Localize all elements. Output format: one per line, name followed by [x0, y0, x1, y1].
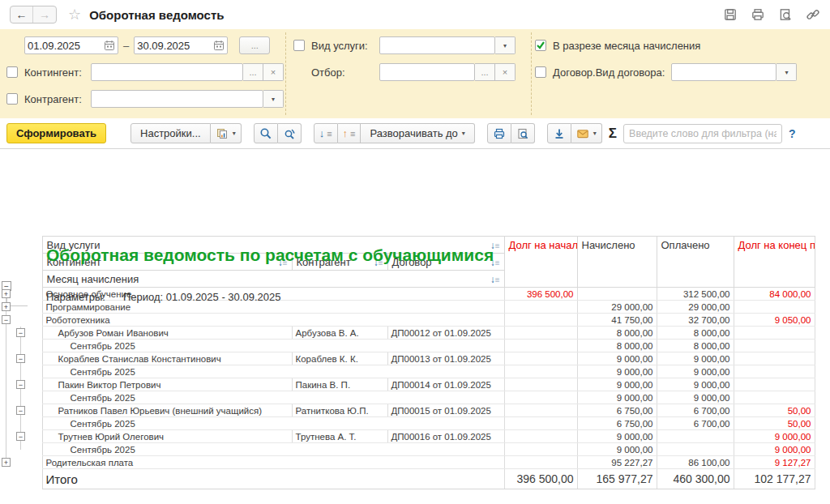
- filler-cell: [815, 469, 830, 489]
- kontragent-dropdown-button[interactable]: ▾: [263, 90, 284, 108]
- cell-paid: 9 000,00: [657, 378, 734, 391]
- preview-button[interactable]: [511, 123, 535, 143]
- print-icon[interactable]: [751, 7, 765, 22]
- tree-gutter: [0, 340, 42, 352]
- expand-icon[interactable]: +: [2, 458, 11, 467]
- cell-accrued: 9 000,00: [577, 352, 657, 365]
- save-report-button[interactable]: [547, 123, 571, 143]
- report-row[interactable]: −Ратников Павел Юрьевич (внешний учащийс…: [0, 404, 830, 417]
- expand-to-button[interactable]: Разворачивать до ▾: [361, 123, 474, 143]
- settings-button[interactable]: Настройки...: [130, 123, 211, 143]
- get-link-icon[interactable]: [806, 7, 820, 22]
- header-debt-end[interactable]: Долг на конец периода: [734, 237, 815, 288]
- contract-kind-field[interactable]: [671, 63, 777, 81]
- collapse-icon[interactable]: −: [2, 315, 11, 324]
- report-row[interactable]: +Родительская плата95 227,2786 100,009 1…: [0, 456, 830, 469]
- print-button[interactable]: [487, 123, 511, 143]
- service-kind-input[interactable]: [383, 38, 492, 53]
- cell-kontragent: Пакина В. П.: [292, 378, 387, 391]
- report-row[interactable]: Сентябрь 20259 000,009 000,00: [0, 391, 830, 404]
- filter-search-input[interactable]: [623, 124, 782, 143]
- header-accrued[interactable]: Начислено: [577, 237, 657, 288]
- report-row[interactable]: −Робототехника41 750,0032 700,009 050,00: [0, 314, 830, 327]
- cell-debt-start: [504, 301, 577, 314]
- otbor-field[interactable]: [379, 63, 475, 81]
- sort-asc-icon: ↑: [343, 127, 349, 139]
- cell-accrued: 9 000,00: [577, 391, 657, 404]
- generate-button[interactable]: Сформировать: [6, 123, 106, 143]
- sort-asc-button[interactable]: ↑≡: [338, 123, 362, 143]
- service-kind-field[interactable]: [379, 36, 495, 54]
- sum-selected-icon[interactable]: Σ: [609, 126, 617, 142]
- kontragent-field[interactable]: [91, 90, 263, 108]
- calendar-icon[interactable]: [213, 40, 225, 51]
- report-row[interactable]: −Трутнев Юрий ОлеговичТрутнева А. Т.ДП00…: [0, 430, 830, 443]
- collapse-icon[interactable]: −: [16, 354, 25, 363]
- sort-desc-button[interactable]: ↓≡: [314, 123, 338, 143]
- report-row[interactable]: −Арбузов Роман ИвановичАрбузова В. А.ДП0…: [0, 327, 830, 340]
- cell-paid: 86 100,00: [657, 456, 734, 469]
- service-kind-dropdown-button[interactable]: ▾: [495, 36, 516, 54]
- total-label: Итого: [42, 469, 504, 489]
- print-preview-icon[interactable]: [778, 7, 793, 22]
- kontragent-checkbox[interactable]: [6, 93, 18, 105]
- by-month-label: В разрезе месяца начисления: [553, 40, 700, 52]
- report-row[interactable]: Сентябрь 20259 000,009 000,00: [0, 443, 830, 456]
- service-kind-checkbox[interactable]: [293, 40, 305, 51]
- collapse-icon[interactable]: −: [16, 406, 25, 415]
- cell-debt-start: [504, 365, 577, 378]
- kontingent-field[interactable]: [91, 63, 243, 81]
- kontingent-input[interactable]: [94, 65, 240, 79]
- collapse-icon[interactable]: −: [16, 328, 25, 337]
- report-row[interactable]: −Пакин Виктор ПетровичПакина В. П.ДП0001…: [0, 378, 830, 391]
- send-mail-button[interactable]: ▾: [571, 123, 602, 143]
- header-month[interactable]: Месяц начисления ↓≡: [42, 271, 504, 288]
- sort-icon[interactable]: ↓≡: [490, 273, 500, 285]
- period-from-field[interactable]: [24, 36, 118, 54]
- search-icon: [259, 127, 272, 140]
- header-paid[interactable]: Оплачено: [657, 237, 734, 288]
- report-row[interactable]: Сентябрь 20256 750,006 700,0050,00: [0, 417, 830, 430]
- top-bar: ← → ☆ Оборотная ведомость: [0, 0, 830, 29]
- cell-accrued: [577, 288, 657, 301]
- kontingent-label: Контингент:: [24, 66, 84, 79]
- report-row[interactable]: Сентябрь 20259 000,009 000,00: [0, 365, 830, 378]
- contract-kind-input[interactable]: [674, 65, 773, 79]
- total-paid: 460 300,00: [657, 469, 734, 489]
- cell-debt-end: [734, 327, 815, 340]
- kontragent-input[interactable]: [94, 92, 260, 106]
- otbor-clear-button[interactable]: ×: [495, 63, 516, 81]
- expand-icon[interactable]: +: [2, 302, 11, 311]
- calendar-icon[interactable]: [104, 40, 115, 51]
- period-variants-button[interactable]: ...: [239, 36, 270, 54]
- header-debt-start[interactable]: Долг на начало периода: [504, 237, 577, 288]
- save-icon[interactable]: [723, 7, 738, 22]
- collapse-icon[interactable]: −: [16, 432, 25, 441]
- contract-kind-dropdown-button[interactable]: ▾: [777, 63, 797, 81]
- otbor-input[interactable]: [383, 65, 472, 79]
- filler-cell: [815, 314, 830, 327]
- collapse-icon[interactable]: −: [16, 380, 25, 389]
- period-to-field[interactable]: [134, 36, 228, 54]
- help-icon[interactable]: ?: [789, 127, 796, 140]
- sort-desc-icon: ↓: [319, 127, 325, 139]
- otbor-select-button[interactable]: ...: [475, 63, 495, 81]
- period-to-input[interactable]: [137, 38, 212, 53]
- expand-icon[interactable]: +: [2, 289, 11, 298]
- report-row[interactable]: −Кораблев Станислав КонстантиновичКорабл…: [0, 352, 830, 365]
- contract-kind-checkbox[interactable]: [535, 66, 546, 78]
- cancel-search-button[interactable]: [278, 123, 302, 143]
- forward-icon[interactable]: →: [33, 6, 56, 23]
- period-from-input[interactable]: [28, 38, 102, 53]
- back-icon[interactable]: ←: [11, 6, 33, 23]
- kontingent-checkbox[interactable]: [6, 66, 18, 78]
- cell-accrued: 41 750,00: [577, 314, 657, 327]
- by-month-checkbox[interactable]: [535, 40, 546, 51]
- kontingent-select-button[interactable]: ...: [243, 63, 263, 81]
- kontragent-field-group: ▾: [91, 90, 284, 108]
- kontingent-clear-button[interactable]: ×: [263, 63, 284, 81]
- find-button[interactable]: [254, 123, 278, 143]
- report-row[interactable]: Сентябрь 20258 000,008 000,00: [0, 340, 830, 352]
- favorite-star-icon[interactable]: ☆: [68, 6, 81, 23]
- report-variants-button[interactable]: ▾: [211, 123, 242, 143]
